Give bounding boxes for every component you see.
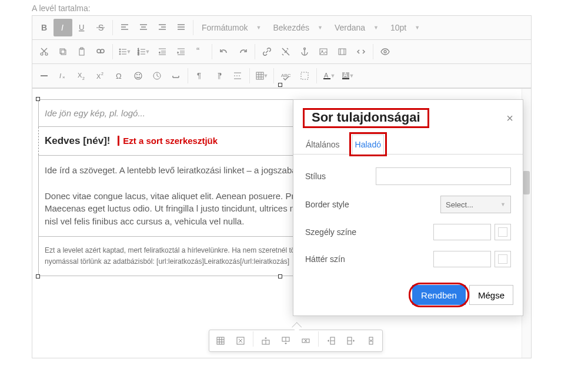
link-button[interactable] <box>258 43 276 61</box>
svg-point-32 <box>119 53 121 55</box>
svg-text:ABC: ABC <box>281 73 290 78</box>
ltr-button[interactable]: ¶ <box>191 67 209 85</box>
insert-row-after-button[interactable] <box>276 331 296 350</box>
svg-rect-22 <box>61 50 66 55</box>
table-props-button[interactable] <box>211 331 230 350</box>
formats-dropdown[interactable]: Formátumok▼ <box>196 19 268 36</box>
italic-button[interactable]: I <box>54 19 72 36</box>
swatch-bg-color[interactable] <box>495 251 511 267</box>
swatch-border-color[interactable] <box>495 224 511 240</box>
datetime-button[interactable] <box>148 67 166 85</box>
text-color-button[interactable]: A▼ <box>319 67 338 85</box>
bullet-list-button[interactable]: ▼ <box>115 43 134 61</box>
svg-text:¶: ¶ <box>218 71 222 80</box>
label-bg-color: Háttér szín <box>305 254 376 264</box>
tab-general[interactable]: Általános <box>303 135 343 155</box>
rtl-button[interactable]: ¶ <box>209 67 228 85</box>
anchor-button[interactable] <box>295 43 314 61</box>
blockquote-button[interactable]: “ <box>191 43 209 61</box>
delete-col-button[interactable] <box>361 331 381 350</box>
page-label: A levél tartalma: <box>32 4 588 13</box>
svg-text:X: X <box>78 72 82 79</box>
svg-text:Ω: Ω <box>116 72 122 80</box>
show-blocks-button[interactable] <box>295 67 314 85</box>
align-center-button[interactable] <box>134 19 153 36</box>
svg-point-28 <box>119 49 121 50</box>
row-properties-dialog: Sor tulajdonságai × Általános Haladó Stí… <box>293 99 523 316</box>
svg-point-26 <box>101 49 104 53</box>
copy-button[interactable] <box>54 43 72 61</box>
select-border-style[interactable]: Select...▼ <box>440 196 511 213</box>
label-style: Stílus <box>305 172 376 181</box>
cut-button[interactable] <box>35 43 54 61</box>
strike-button[interactable]: S <box>91 19 110 36</box>
table-context-toolbar <box>209 330 383 352</box>
clear-format-button[interactable]: I× <box>54 67 72 85</box>
font-family-dropdown[interactable]: Verdana▼ <box>329 19 385 36</box>
align-left-button[interactable] <box>115 19 134 36</box>
label-border-style: Border style <box>305 200 376 209</box>
nbsp-button[interactable] <box>166 67 185 85</box>
delete-table-button[interactable] <box>230 331 250 350</box>
font-size-dropdown[interactable]: 10pt▼ <box>385 19 426 36</box>
svg-rect-23 <box>79 49 84 55</box>
paragraph-dropdown[interactable]: Bekezdés▼ <box>268 19 329 36</box>
insert-col-before-button[interactable] <box>321 331 341 350</box>
delete-row-button[interactable] <box>296 331 316 350</box>
tab-advanced[interactable]: Haladó <box>352 135 384 155</box>
undo-button[interactable] <box>215 43 233 61</box>
svg-text:×: × <box>62 75 65 80</box>
svg-point-68 <box>135 72 142 79</box>
edit-annotation: Ezt a sort szerkesztjük <box>118 136 218 146</box>
svg-rect-88 <box>301 72 308 79</box>
number-list-button[interactable]: 123▼ <box>134 43 153 61</box>
align-justify-button[interactable] <box>172 19 191 36</box>
table-button[interactable]: ▼ <box>252 67 271 85</box>
svg-point-17 <box>41 53 43 55</box>
svg-text:¶: ¶ <box>197 71 201 80</box>
redo-button[interactable] <box>233 43 252 61</box>
svg-rect-82 <box>256 72 263 79</box>
underline-button[interactable]: U <box>72 19 91 36</box>
image-button[interactable] <box>314 43 333 61</box>
special-char-button[interactable]: Ω <box>110 67 129 85</box>
input-border-color[interactable] <box>433 224 491 240</box>
paste-button[interactable] <box>72 43 91 61</box>
svg-line-73 <box>157 76 159 77</box>
preview-button[interactable] <box>376 43 395 61</box>
outdent-button[interactable] <box>153 43 172 61</box>
unlink-button[interactable] <box>276 43 295 61</box>
ok-button[interactable]: Rendben <box>412 285 466 305</box>
svg-line-51 <box>282 48 289 55</box>
emoji-button[interactable] <box>129 67 148 85</box>
svg-text:A: A <box>343 72 348 78</box>
spellcheck-button[interactable]: ABC <box>276 67 295 85</box>
svg-point-18 <box>45 53 48 55</box>
superscript-button[interactable]: X2 <box>91 67 110 85</box>
subscript-button[interactable]: X2 <box>72 67 91 85</box>
pagebreak-button[interactable] <box>228 67 247 85</box>
bg-color-button[interactable]: A▼ <box>338 67 357 85</box>
svg-rect-93 <box>342 78 349 79</box>
svg-point-25 <box>97 49 101 53</box>
input-bg-color[interactable] <box>433 251 491 267</box>
cancel-button[interactable]: Mégse <box>469 285 513 305</box>
svg-rect-94 <box>217 337 224 344</box>
svg-rect-21 <box>60 49 65 53</box>
input-style[interactable] <box>376 167 511 185</box>
align-right-button[interactable] <box>153 19 172 36</box>
svg-point-69 <box>137 75 138 75</box>
svg-point-30 <box>119 51 121 52</box>
svg-text:U: U <box>79 23 84 32</box>
svg-text:I: I <box>61 23 64 32</box>
media-button[interactable] <box>333 43 352 61</box>
svg-marker-44 <box>159 52 160 53</box>
code-button[interactable] <box>352 43 370 61</box>
find-button[interactable] <box>91 43 110 61</box>
insert-row-before-button[interactable] <box>256 331 276 350</box>
indent-button[interactable] <box>172 43 191 61</box>
hr-button[interactable] <box>35 67 54 85</box>
insert-col-after-button[interactable] <box>341 331 361 350</box>
bold-button[interactable]: B <box>35 19 54 36</box>
dialog-close-button[interactable]: × <box>506 112 513 125</box>
